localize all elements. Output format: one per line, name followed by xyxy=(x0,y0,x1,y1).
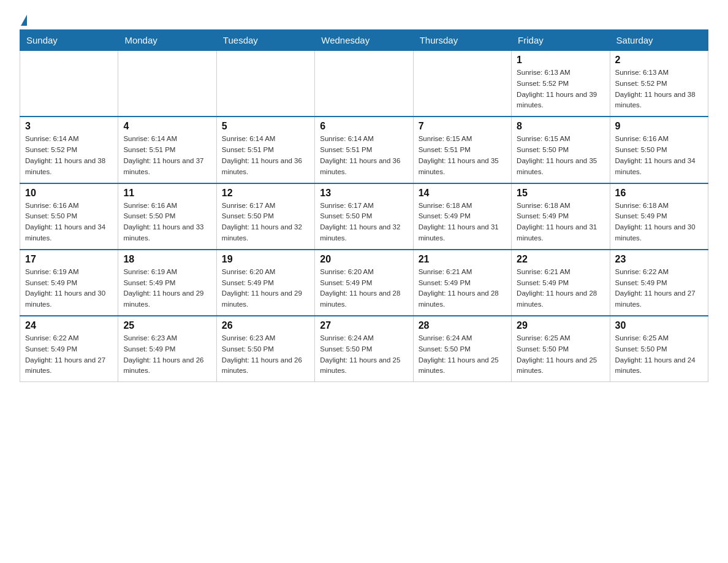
calendar-week-row: 10Sunrise: 6:16 AM Sunset: 5:50 PM Dayli… xyxy=(20,183,708,250)
table-row: 19Sunrise: 6:20 AM Sunset: 5:49 PM Dayli… xyxy=(216,250,314,316)
day-number: 6 xyxy=(320,121,408,132)
header-saturday: Saturday xyxy=(610,30,708,51)
day-info: Sunrise: 6:24 AM Sunset: 5:50 PM Dayligh… xyxy=(419,333,506,377)
table-row: 10Sunrise: 6:16 AM Sunset: 5:50 PM Dayli… xyxy=(20,183,118,250)
day-info: Sunrise: 6:14 AM Sunset: 5:51 PM Dayligh… xyxy=(123,134,211,177)
header-tuesday: Tuesday xyxy=(216,30,314,51)
day-number: 9 xyxy=(615,121,703,132)
day-number: 16 xyxy=(615,188,703,199)
table-row: 30Sunrise: 6:25 AM Sunset: 5:50 PM Dayli… xyxy=(610,316,708,382)
day-info: Sunrise: 6:16 AM Sunset: 5:50 PM Dayligh… xyxy=(123,201,211,244)
table-row xyxy=(315,51,413,117)
day-number: 12 xyxy=(222,188,309,199)
day-number: 11 xyxy=(123,188,211,199)
day-number: 4 xyxy=(123,121,211,132)
table-row: 22Sunrise: 6:21 AM Sunset: 5:49 PM Dayli… xyxy=(512,250,610,316)
day-info: Sunrise: 6:18 AM Sunset: 5:49 PM Dayligh… xyxy=(419,201,506,244)
table-row: 23Sunrise: 6:22 AM Sunset: 5:49 PM Dayli… xyxy=(610,250,708,316)
day-number: 25 xyxy=(123,320,211,331)
calendar-week-row: 24Sunrise: 6:22 AM Sunset: 5:49 PM Dayli… xyxy=(20,316,708,382)
day-info: Sunrise: 6:15 AM Sunset: 5:51 PM Dayligh… xyxy=(419,134,506,177)
day-info: Sunrise: 6:17 AM Sunset: 5:50 PM Dayligh… xyxy=(222,201,309,244)
day-number: 8 xyxy=(517,121,604,132)
table-row: 18Sunrise: 6:19 AM Sunset: 5:49 PM Dayli… xyxy=(118,250,216,316)
table-row: 11Sunrise: 6:16 AM Sunset: 5:50 PM Dayli… xyxy=(118,183,216,250)
header-wednesday: Wednesday xyxy=(315,30,413,51)
day-number: 29 xyxy=(517,320,604,331)
day-number: 1 xyxy=(517,55,604,66)
table-row: 13Sunrise: 6:17 AM Sunset: 5:50 PM Dayli… xyxy=(315,183,413,250)
day-number: 10 xyxy=(25,188,113,199)
logo-triangle-icon xyxy=(21,15,27,26)
day-info: Sunrise: 6:16 AM Sunset: 5:50 PM Dayligh… xyxy=(25,201,113,244)
header-monday: Monday xyxy=(118,30,216,51)
calendar-week-row: 3Sunrise: 6:14 AM Sunset: 5:52 PM Daylig… xyxy=(20,117,708,183)
table-row: 14Sunrise: 6:18 AM Sunset: 5:49 PM Dayli… xyxy=(413,183,511,250)
table-row xyxy=(20,51,118,117)
day-info: Sunrise: 6:14 AM Sunset: 5:51 PM Dayligh… xyxy=(222,134,309,177)
table-row: 25Sunrise: 6:23 AM Sunset: 5:49 PM Dayli… xyxy=(118,316,216,382)
table-row: 29Sunrise: 6:25 AM Sunset: 5:50 PM Dayli… xyxy=(512,316,610,382)
day-info: Sunrise: 6:21 AM Sunset: 5:49 PM Dayligh… xyxy=(419,267,506,310)
day-info: Sunrise: 6:20 AM Sunset: 5:49 PM Dayligh… xyxy=(222,267,309,310)
day-number: 26 xyxy=(222,320,309,331)
day-number: 18 xyxy=(123,254,211,265)
day-info: Sunrise: 6:23 AM Sunset: 5:49 PM Dayligh… xyxy=(123,333,211,377)
logo xyxy=(20,15,27,25)
table-row: 5Sunrise: 6:14 AM Sunset: 5:51 PM Daylig… xyxy=(216,117,314,183)
table-row: 26Sunrise: 6:23 AM Sunset: 5:50 PM Dayli… xyxy=(216,316,314,382)
day-number: 30 xyxy=(615,320,703,331)
day-info: Sunrise: 6:18 AM Sunset: 5:49 PM Dayligh… xyxy=(615,201,703,244)
table-row xyxy=(216,51,314,117)
day-number: 22 xyxy=(517,254,604,265)
table-row: 21Sunrise: 6:21 AM Sunset: 5:49 PM Dayli… xyxy=(413,250,511,316)
day-number: 20 xyxy=(320,254,408,265)
day-info: Sunrise: 6:25 AM Sunset: 5:50 PM Dayligh… xyxy=(615,333,703,377)
day-number: 5 xyxy=(222,121,309,132)
day-info: Sunrise: 6:22 AM Sunset: 5:49 PM Dayligh… xyxy=(25,333,113,377)
day-number: 3 xyxy=(25,121,113,132)
table-row: 7Sunrise: 6:15 AM Sunset: 5:51 PM Daylig… xyxy=(413,117,511,183)
header-friday: Friday xyxy=(512,30,610,51)
table-row: 6Sunrise: 6:14 AM Sunset: 5:51 PM Daylig… xyxy=(315,117,413,183)
day-number: 7 xyxy=(419,121,506,132)
table-row xyxy=(413,51,511,117)
header-thursday: Thursday xyxy=(413,30,511,51)
weekday-header-row: Sunday Monday Tuesday Wednesday Thursday… xyxy=(20,30,708,51)
table-row: 17Sunrise: 6:19 AM Sunset: 5:49 PM Dayli… xyxy=(20,250,118,316)
day-info: Sunrise: 6:14 AM Sunset: 5:51 PM Dayligh… xyxy=(320,134,408,177)
table-row: 16Sunrise: 6:18 AM Sunset: 5:49 PM Dayli… xyxy=(610,183,708,250)
table-row: 24Sunrise: 6:22 AM Sunset: 5:49 PM Dayli… xyxy=(20,316,118,382)
day-info: Sunrise: 6:19 AM Sunset: 5:49 PM Dayligh… xyxy=(25,267,113,310)
day-info: Sunrise: 6:13 AM Sunset: 5:52 PM Dayligh… xyxy=(615,67,703,111)
day-info: Sunrise: 6:20 AM Sunset: 5:49 PM Dayligh… xyxy=(320,267,408,310)
table-row xyxy=(118,51,216,117)
day-info: Sunrise: 6:17 AM Sunset: 5:50 PM Dayligh… xyxy=(320,201,408,244)
day-number: 14 xyxy=(419,188,506,199)
header-sunday: Sunday xyxy=(20,30,118,51)
table-row: 28Sunrise: 6:24 AM Sunset: 5:50 PM Dayli… xyxy=(413,316,511,382)
calendar-week-row: 17Sunrise: 6:19 AM Sunset: 5:49 PM Dayli… xyxy=(20,250,708,316)
day-number: 28 xyxy=(419,320,506,331)
day-info: Sunrise: 6:15 AM Sunset: 5:50 PM Dayligh… xyxy=(517,134,604,177)
day-number: 21 xyxy=(419,254,506,265)
day-number: 23 xyxy=(615,254,703,265)
day-info: Sunrise: 6:22 AM Sunset: 5:49 PM Dayligh… xyxy=(615,267,703,310)
day-number: 19 xyxy=(222,254,309,265)
table-row: 4Sunrise: 6:14 AM Sunset: 5:51 PM Daylig… xyxy=(118,117,216,183)
page-header xyxy=(20,15,708,25)
table-row: 1Sunrise: 6:13 AM Sunset: 5:52 PM Daylig… xyxy=(512,51,610,117)
table-row: 2Sunrise: 6:13 AM Sunset: 5:52 PM Daylig… xyxy=(610,51,708,117)
day-info: Sunrise: 6:25 AM Sunset: 5:50 PM Dayligh… xyxy=(517,333,604,377)
table-row: 20Sunrise: 6:20 AM Sunset: 5:49 PM Dayli… xyxy=(315,250,413,316)
day-number: 15 xyxy=(517,188,604,199)
day-info: Sunrise: 6:19 AM Sunset: 5:49 PM Dayligh… xyxy=(123,267,211,310)
day-info: Sunrise: 6:16 AM Sunset: 5:50 PM Dayligh… xyxy=(615,134,703,177)
day-number: 27 xyxy=(320,320,408,331)
day-info: Sunrise: 6:14 AM Sunset: 5:52 PM Dayligh… xyxy=(25,134,113,177)
day-info: Sunrise: 6:21 AM Sunset: 5:49 PM Dayligh… xyxy=(517,267,604,310)
day-number: 17 xyxy=(25,254,113,265)
day-info: Sunrise: 6:24 AM Sunset: 5:50 PM Dayligh… xyxy=(320,333,408,377)
calendar-table: Sunday Monday Tuesday Wednesday Thursday… xyxy=(20,29,708,382)
day-info: Sunrise: 6:18 AM Sunset: 5:49 PM Dayligh… xyxy=(517,201,604,244)
